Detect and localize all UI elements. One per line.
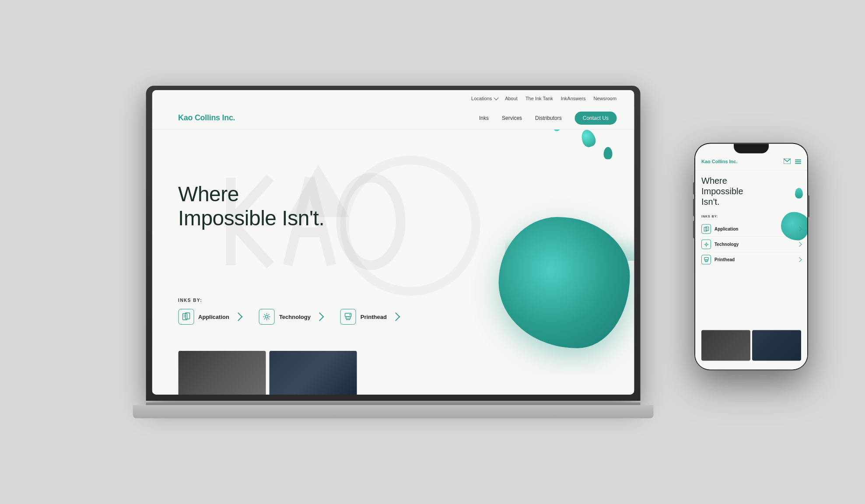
- hero-section: Where Impossible Isn't.: [152, 130, 634, 395]
- phone-screen: Kao Collins Inc.: [695, 144, 807, 369]
- nav-locations[interactable]: Locations: [471, 96, 497, 101]
- inks-by-label: INKS BY:: [178, 298, 399, 303]
- phone-nav: Kao Collins Inc.: [695, 153, 807, 170]
- phone-brand-logo[interactable]: Kao Collins Inc.: [701, 159, 780, 164]
- splash-droplet-small: [553, 130, 560, 131]
- svg-rect-35: [705, 259, 708, 261]
- hero-line1: Where: [178, 182, 324, 206]
- phone-technology-icon: [701, 239, 711, 249]
- nav-inks-link[interactable]: Inks: [479, 115, 489, 121]
- svg-point-29: [705, 243, 707, 245]
- nav-services-link[interactable]: Services: [502, 115, 522, 121]
- phone-bottom-image-2: [752, 330, 801, 360]
- phone-mute-button: [693, 182, 695, 194]
- nav-distributors-link[interactable]: Distributors: [535, 115, 562, 121]
- svg-line-19: [264, 318, 266, 320]
- phone-ink-printhead[interactable]: Printhead: [701, 252, 801, 267]
- splash-droplet-2: [603, 147, 612, 159]
- hero-line2: Impossible Isn't.: [178, 206, 324, 230]
- laptop-screen: Locations About The Ink Tank InkAnswers …: [152, 90, 634, 395]
- phone-notch: [734, 144, 769, 153]
- nav-links: Inks Services Distributors Contact Us: [479, 112, 616, 125]
- phone-splash-circle: [781, 212, 807, 240]
- phone-website: Kao Collins Inc.: [695, 153, 807, 369]
- laptop-bezel: Locations About The Ink Tank InkAnswers …: [152, 90, 634, 395]
- phone-power-button: [808, 195, 809, 217]
- application-arrow-icon: [234, 312, 243, 321]
- inks-by-items: Application: [178, 309, 399, 325]
- svg-line-16: [264, 314, 266, 315]
- phone-email-icon[interactable]: [784, 158, 791, 165]
- application-icon: [178, 309, 194, 325]
- technology-arrow-icon: [315, 312, 324, 321]
- locations-chevron-icon: [494, 95, 498, 100]
- nav-newsroom-link[interactable]: Newsroom: [594, 96, 617, 101]
- phone-nav-icons: [784, 158, 801, 165]
- phone-bottom-images: [695, 330, 807, 360]
- technology-icon: [259, 309, 275, 325]
- ink-item-technology[interactable]: Technology: [259, 309, 323, 325]
- brand-logo[interactable]: Kao Collins Inc.: [178, 113, 479, 122]
- nav-top: Locations About The Ink Tank InkAnswers …: [152, 90, 634, 107]
- laptop-body: Locations About The Ink Tank InkAnswers …: [146, 86, 640, 401]
- phone-volume-down-button: [693, 220, 695, 238]
- bottom-image-2: [269, 351, 357, 395]
- inks-by-section: INKS BY:: [178, 298, 399, 325]
- phone-hero: Where Impossible Isn't.: [695, 170, 807, 210]
- bottom-images: [178, 351, 357, 395]
- laptop-base: [133, 405, 653, 418]
- phone-printhead-arrow-icon: [797, 257, 802, 262]
- printhead-arrow-icon: [392, 312, 400, 321]
- laptop-device: Locations About The Ink Tank InkAnswers …: [146, 86, 640, 418]
- svg-point-25: [350, 314, 350, 315]
- technology-label: Technology: [279, 314, 311, 320]
- phone-hamburger-icon[interactable]: [795, 158, 801, 165]
- nav-main: Kao Collins Inc. Inks Services Distribut…: [152, 107, 634, 130]
- ink-item-application[interactable]: Application: [178, 309, 242, 325]
- ink-splash-graphic: [437, 130, 634, 374]
- nav-inkanswers-link[interactable]: InkAnswers: [561, 96, 586, 101]
- svg-point-11: [266, 315, 268, 318]
- phone-application-icon: [701, 224, 711, 234]
- nav-inktank-link[interactable]: The Ink Tank: [525, 96, 553, 101]
- ink-item-printhead[interactable]: Printhead: [340, 309, 399, 325]
- splash-droplet-1: [579, 130, 597, 149]
- printhead-label: Printhead: [361, 314, 387, 320]
- bottom-image-1: [178, 351, 266, 395]
- phone-technology-label: Technology: [714, 242, 794, 247]
- printhead-icon: [340, 309, 356, 325]
- website-desktop: Locations About The Ink Tank InkAnswers …: [152, 90, 634, 395]
- phone-volume-up-button: [693, 199, 695, 216]
- nav-about-link[interactable]: About: [505, 96, 518, 101]
- application-label: Application: [198, 314, 229, 320]
- phone-splash-graphic: [772, 183, 807, 240]
- phone-body: Kao Collins Inc.: [694, 143, 808, 370]
- svg-rect-21: [346, 317, 350, 319]
- phone-device: Kao Collins Inc.: [694, 143, 808, 370]
- nav-locations-link[interactable]: Locations: [471, 96, 492, 101]
- svg-line-17: [268, 318, 270, 320]
- scene: Locations About The Ink Tank InkAnswers …: [0, 0, 865, 504]
- splash-main-circle: [498, 217, 630, 348]
- phone-printhead-label: Printhead: [714, 257, 794, 262]
- phone-bottom-image-1: [701, 330, 750, 360]
- contact-us-button[interactable]: Contact Us: [575, 112, 616, 125]
- svg-line-18: [268, 314, 270, 315]
- phone-technology-arrow-icon: [797, 242, 802, 247]
- hero-headline: Where Impossible Isn't.: [178, 182, 324, 230]
- svg-rect-34: [704, 257, 708, 259]
- phone-printhead-icon: [701, 255, 711, 264]
- phone-splash-droplet: [795, 188, 803, 198]
